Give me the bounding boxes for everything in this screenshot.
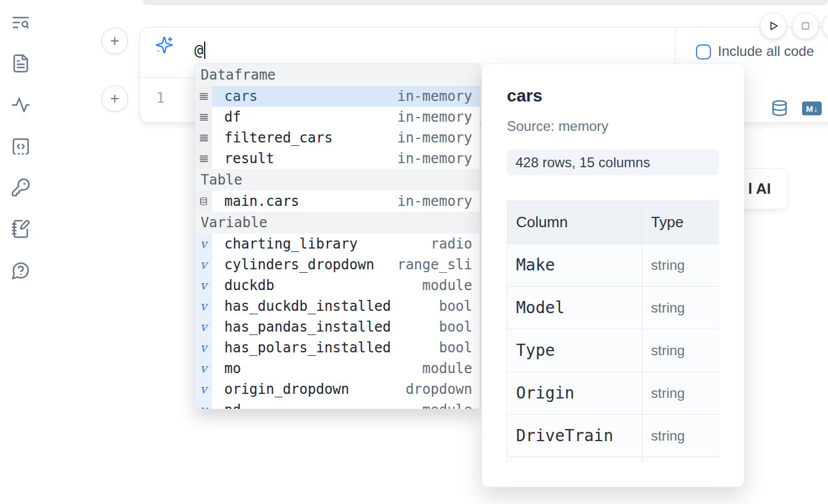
include-all-code-label: Include all code — [718, 43, 814, 59]
autocomplete-item[interactable]: carsin-memory — [195, 86, 480, 107]
variable-icon: v — [195, 275, 212, 296]
table-row: Type string — [507, 329, 720, 372]
autocomplete-item[interactable]: vorigin_dropdowndropdown — [195, 379, 480, 400]
item-name: result — [212, 151, 274, 167]
add-cell-button-top[interactable]: + — [101, 28, 128, 54]
column-name-cell: Type — [507, 329, 642, 372]
column-type-cell: string — [642, 287, 720, 329]
autocomplete-section-header: Variable — [195, 212, 480, 234]
item-type: bool — [439, 319, 480, 335]
item-type: in-memory — [397, 88, 480, 104]
table-database-icon — [195, 191, 212, 212]
text-cursor — [204, 42, 205, 59]
item-name: mo — [212, 360, 241, 377]
line-number: 1 — [156, 90, 164, 106]
preview-schema-table-wrap[interactable]: ColumnType Make string Model string Type… — [507, 201, 719, 462]
column-name-cell: DriveTrain — [507, 415, 642, 457]
text-search-icon[interactable] — [11, 13, 31, 32]
variable-icon: v — [195, 254, 212, 275]
previous-cell-edge — [142, 0, 828, 5]
variable-icon: v — [195, 379, 212, 400]
autocomplete-item[interactable]: vhas_pandas_installedbool — [195, 317, 480, 337]
interrupt-button[interactable] — [792, 13, 819, 39]
autocomplete-item[interactable]: vmomodule — [195, 358, 480, 379]
item-name: duckdb — [212, 277, 274, 294]
file-text-icon[interactable] — [11, 54, 31, 73]
item-name: origin_dropdown — [212, 381, 349, 397]
item-type: in-memory — [397, 193, 480, 209]
preview-schema-table: ColumnType Make string Model string Type… — [507, 201, 719, 462]
autocomplete-item[interactable]: main.carsin-memory — [195, 191, 480, 212]
dataframe-icon — [195, 107, 212, 127]
item-name: has_duckdb_installed — [212, 298, 391, 314]
autocomplete-item[interactable]: vpdmodule — [195, 400, 480, 409]
sparkles-icon — [155, 36, 174, 54]
autocomplete-item[interactable]: resultin-memory — [195, 148, 480, 169]
autocomplete-item[interactable]: filtered_carsin-memory — [195, 127, 480, 148]
ai-prompt-value: @ — [194, 42, 204, 59]
dataframe-icon — [195, 127, 212, 148]
database-icon[interactable] — [771, 99, 788, 117]
item-name: has_pandas_installed — [212, 319, 391, 335]
column-name-cell: Model — [507, 287, 642, 329]
dataframe-icon — [195, 86, 212, 107]
column-name-cell: Origin — [507, 372, 642, 415]
markdown-arrow: ↓ — [814, 104, 818, 114]
run-cell-button[interactable] — [760, 13, 786, 39]
autocomplete-item[interactable]: vhas_duckdb_installedbool — [195, 296, 480, 317]
marimo-notebook: + + @ Include all code 1 M↓ Dataframecar… — [0, 0, 828, 504]
autocomplete-section-header: Dataframe — [195, 64, 480, 86]
column-header: Type — [642, 201, 720, 244]
column-type-cell: string — [642, 329, 720, 372]
include-all-code-checkbox[interactable] — [696, 44, 711, 59]
column-type-cell: string — [642, 244, 720, 287]
preview-source: Source: memory — [507, 118, 608, 134]
item-type: in-memory — [397, 151, 480, 167]
variable-icon: v — [195, 337, 212, 358]
autocomplete-item[interactable]: vcylinders_dropdownrange_sli — [195, 254, 480, 275]
code-cell-icon[interactable] — [11, 137, 31, 156]
item-type: bool — [439, 298, 480, 314]
autocomplete-item[interactable]: vcharting_libraryradio — [195, 234, 480, 254]
key-icon[interactable] — [11, 178, 31, 197]
help-chat-icon[interactable] — [11, 261, 31, 280]
autocomplete-item[interactable]: vduckdbmodule — [195, 275, 480, 296]
item-name: main.cars — [212, 193, 299, 209]
autocomplete-item[interactable]: dfin-memory — [195, 107, 480, 127]
item-type: dropdown — [405, 381, 480, 397]
item-type: module — [422, 360, 480, 377]
column-header: Column — [507, 201, 642, 244]
item-name: has_polars_installed — [212, 340, 391, 356]
dataframe-icon — [195, 148, 212, 169]
item-type: range_sli — [397, 257, 480, 273]
item-type: bool — [439, 340, 480, 356]
item-type: module — [422, 277, 480, 294]
item-type: in-memory — [397, 109, 480, 125]
item-name: filtered_cars — [212, 130, 333, 146]
autocomplete-dropdown[interactable]: Dataframecarsin-memorydfin-memoryfiltere… — [194, 63, 480, 409]
dataframe-preview-popup: cars Source: memory 428 rows, 15 columns… — [481, 63, 744, 487]
table-row: Make string — [507, 244, 720, 287]
notebook-pen-icon[interactable] — [11, 219, 31, 239]
item-name: cylinders_dropdown — [212, 257, 374, 273]
autocomplete-section-header: Table — [195, 169, 480, 191]
preview-title: cars — [507, 86, 543, 106]
table-row: DriveTrain string — [507, 415, 720, 457]
markdown-badge-icon[interactable]: M↓ — [802, 101, 822, 115]
variable-icon: v — [195, 317, 212, 337]
variable-icon: v — [195, 358, 212, 379]
variable-icon: v — [195, 234, 212, 254]
autocomplete-item[interactable]: vhas_polars_installedbool — [195, 337, 480, 358]
add-cell-button-bottom[interactable]: + — [101, 85, 128, 112]
column-name-cell: Make — [507, 244, 642, 287]
item-name: pd — [212, 402, 241, 409]
variable-icon: v — [195, 400, 212, 409]
item-name: charting_library — [212, 236, 357, 252]
column-type-cell: string — [642, 415, 720, 457]
activity-icon[interactable] — [11, 95, 31, 115]
table-row: Model string — [507, 287, 720, 329]
column-type-cell: string — [642, 372, 720, 415]
ai-prompt-input[interactable]: @ — [194, 42, 205, 59]
preview-shape-badge: 428 rows, 15 columns — [507, 149, 719, 175]
item-type: radio — [431, 236, 480, 252]
